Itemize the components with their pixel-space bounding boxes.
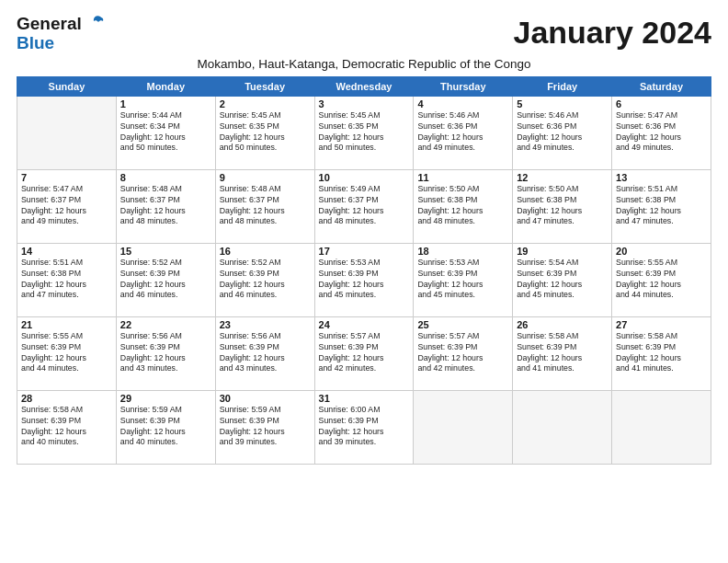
day-info: Sunrise: 5:51 AM Sunset: 6:38 PM Dayligh…	[21, 258, 112, 302]
day-number: 11	[417, 172, 508, 183]
day-info: Sunrise: 5:59 AM Sunset: 6:39 PM Dayligh…	[120, 405, 211, 449]
day-number: 10	[319, 172, 410, 183]
day-info: Sunrise: 5:53 AM Sunset: 6:39 PM Dayligh…	[417, 258, 508, 302]
day-info: Sunrise: 5:52 AM Sunset: 6:39 PM Dayligh…	[220, 258, 311, 302]
day-info: Sunrise: 5:56 AM Sunset: 6:39 PM Dayligh…	[220, 331, 311, 375]
day-info: Sunrise: 5:51 AM Sunset: 6:38 PM Dayligh…	[616, 184, 707, 228]
day-number: 13	[616, 172, 707, 183]
calendar-cell: 7Sunrise: 5:47 AM Sunset: 6:37 PM Daylig…	[17, 169, 117, 243]
day-number: 28	[21, 393, 112, 404]
calendar-cell	[17, 96, 117, 169]
calendar-cell: 29Sunrise: 5:59 AM Sunset: 6:39 PM Dayli…	[116, 390, 215, 464]
col-wednesday: Wednesday	[314, 76, 414, 96]
calendar-cell: 17Sunrise: 5:53 AM Sunset: 6:39 PM Dayli…	[314, 243, 414, 316]
month-title: January 2024	[514, 15, 712, 51]
calendar-cell: 5Sunrise: 5:46 AM Sunset: 6:36 PM Daylig…	[513, 96, 612, 169]
day-number: 2	[220, 98, 311, 109]
col-friday: Friday	[513, 76, 612, 96]
calendar-cell: 20Sunrise: 5:55 AM Sunset: 6:39 PM Dayli…	[612, 243, 711, 316]
logo: General Blue	[17, 15, 104, 53]
day-info: Sunrise: 5:58 AM Sunset: 6:39 PM Dayligh…	[517, 331, 608, 375]
calendar-cell: 6Sunrise: 5:47 AM Sunset: 6:36 PM Daylig…	[612, 96, 711, 169]
logo-blue: Blue	[17, 34, 104, 53]
day-info: Sunrise: 5:46 AM Sunset: 6:36 PM Dayligh…	[517, 110, 608, 155]
calendar-cell: 10Sunrise: 5:49 AM Sunset: 6:37 PM Dayli…	[314, 169, 414, 243]
calendar-cell: 24Sunrise: 5:57 AM Sunset: 6:39 PM Dayli…	[314, 316, 414, 390]
calendar-week-3: 14Sunrise: 5:51 AM Sunset: 6:38 PM Dayli…	[17, 243, 711, 316]
header: General Blue January 2024	[17, 15, 711, 53]
day-number: 27	[616, 319, 707, 330]
day-number: 15	[120, 246, 211, 257]
day-info: Sunrise: 5:48 AM Sunset: 6:37 PM Dayligh…	[120, 184, 211, 228]
day-info: Sunrise: 5:52 AM Sunset: 6:39 PM Dayligh…	[120, 258, 211, 302]
calendar-cell: 11Sunrise: 5:50 AM Sunset: 6:38 PM Dayli…	[414, 169, 513, 243]
day-number: 8	[120, 172, 211, 183]
calendar-cell: 30Sunrise: 5:59 AM Sunset: 6:39 PM Dayli…	[215, 390, 314, 464]
calendar-cell: 12Sunrise: 5:50 AM Sunset: 6:38 PM Dayli…	[513, 169, 612, 243]
calendar-week-5: 28Sunrise: 5:58 AM Sunset: 6:39 PM Dayli…	[17, 390, 711, 464]
day-info: Sunrise: 5:45 AM Sunset: 6:35 PM Dayligh…	[319, 110, 410, 155]
calendar-cell: 9Sunrise: 5:48 AM Sunset: 6:37 PM Daylig…	[215, 169, 314, 243]
day-info: Sunrise: 5:48 AM Sunset: 6:37 PM Dayligh…	[220, 184, 311, 228]
day-number: 12	[517, 172, 608, 183]
calendar-cell: 8Sunrise: 5:48 AM Sunset: 6:37 PM Daylig…	[116, 169, 215, 243]
day-info: Sunrise: 5:54 AM Sunset: 6:39 PM Dayligh…	[517, 258, 608, 302]
day-number: 4	[417, 98, 508, 109]
day-info: Sunrise: 5:57 AM Sunset: 6:39 PM Dayligh…	[417, 331, 508, 375]
calendar-week-1: 1Sunrise: 5:44 AM Sunset: 6:34 PM Daylig…	[17, 96, 711, 169]
calendar-cell: 28Sunrise: 5:58 AM Sunset: 6:39 PM Dayli…	[17, 390, 117, 464]
day-number: 20	[616, 246, 707, 257]
day-number: 26	[517, 319, 608, 330]
calendar-cell	[414, 390, 513, 464]
calendar-cell: 16Sunrise: 5:52 AM Sunset: 6:39 PM Dayli…	[215, 243, 314, 316]
day-number: 14	[21, 246, 112, 257]
calendar-cell: 21Sunrise: 5:55 AM Sunset: 6:39 PM Dayli…	[17, 316, 117, 390]
calendar-cell: 3Sunrise: 5:45 AM Sunset: 6:35 PM Daylig…	[314, 96, 414, 169]
day-number: 31	[319, 393, 410, 404]
day-number: 23	[220, 319, 311, 330]
calendar-week-2: 7Sunrise: 5:47 AM Sunset: 6:37 PM Daylig…	[17, 169, 711, 243]
subtitle: Mokambo, Haut-Katanga, Democratic Republ…	[17, 57, 711, 71]
logo-bird-icon	[84, 16, 104, 32]
calendar-header-row: Sunday Monday Tuesday Wednesday Thursday…	[17, 76, 711, 96]
calendar-cell: 13Sunrise: 5:51 AM Sunset: 6:38 PM Dayli…	[612, 169, 711, 243]
day-number: 1	[120, 98, 211, 109]
day-info: Sunrise: 5:58 AM Sunset: 6:39 PM Dayligh…	[616, 331, 707, 375]
calendar-cell: 4Sunrise: 5:46 AM Sunset: 6:36 PM Daylig…	[414, 96, 513, 169]
calendar-cell: 14Sunrise: 5:51 AM Sunset: 6:38 PM Dayli…	[17, 243, 117, 316]
day-info: Sunrise: 5:50 AM Sunset: 6:38 PM Dayligh…	[417, 184, 508, 228]
page: General Blue January 2024 Mokambo, Haut-…	[0, 0, 728, 563]
day-info: Sunrise: 5:53 AM Sunset: 6:39 PM Dayligh…	[319, 258, 410, 302]
day-number: 5	[517, 98, 608, 109]
calendar-cell: 22Sunrise: 5:56 AM Sunset: 6:39 PM Dayli…	[116, 316, 215, 390]
calendar-cell: 1Sunrise: 5:44 AM Sunset: 6:34 PM Daylig…	[116, 96, 215, 169]
day-info: Sunrise: 5:58 AM Sunset: 6:39 PM Dayligh…	[21, 405, 112, 449]
day-number: 17	[319, 246, 410, 257]
calendar-cell: 15Sunrise: 5:52 AM Sunset: 6:39 PM Dayli…	[116, 243, 215, 316]
day-number: 9	[220, 172, 311, 183]
day-info: Sunrise: 5:44 AM Sunset: 6:34 PM Dayligh…	[120, 110, 211, 155]
day-info: Sunrise: 5:47 AM Sunset: 6:37 PM Dayligh…	[21, 184, 112, 228]
day-info: Sunrise: 5:56 AM Sunset: 6:39 PM Dayligh…	[120, 331, 211, 375]
day-info: Sunrise: 5:49 AM Sunset: 6:37 PM Dayligh…	[319, 184, 410, 228]
calendar-cell: 23Sunrise: 5:56 AM Sunset: 6:39 PM Dayli…	[215, 316, 314, 390]
calendar-cell: 31Sunrise: 6:00 AM Sunset: 6:39 PM Dayli…	[314, 390, 414, 464]
day-number: 24	[319, 319, 410, 330]
day-number: 21	[21, 319, 112, 330]
col-saturday: Saturday	[612, 76, 711, 96]
day-number: 30	[220, 393, 311, 404]
day-number: 18	[417, 246, 508, 257]
day-number: 16	[220, 246, 311, 257]
day-number: 6	[616, 98, 707, 109]
day-info: Sunrise: 5:57 AM Sunset: 6:39 PM Dayligh…	[319, 331, 410, 375]
col-tuesday: Tuesday	[215, 76, 314, 96]
col-sunday: Sunday	[17, 76, 117, 96]
day-number: 3	[319, 98, 410, 109]
day-number: 7	[21, 172, 112, 183]
calendar-cell: 18Sunrise: 5:53 AM Sunset: 6:39 PM Dayli…	[414, 243, 513, 316]
calendar-cell: 19Sunrise: 5:54 AM Sunset: 6:39 PM Dayli…	[513, 243, 612, 316]
day-number: 19	[517, 246, 608, 257]
day-info: Sunrise: 5:55 AM Sunset: 6:39 PM Dayligh…	[616, 258, 707, 302]
calendar-cell: 2Sunrise: 5:45 AM Sunset: 6:35 PM Daylig…	[215, 96, 314, 169]
calendar-cell	[513, 390, 612, 464]
